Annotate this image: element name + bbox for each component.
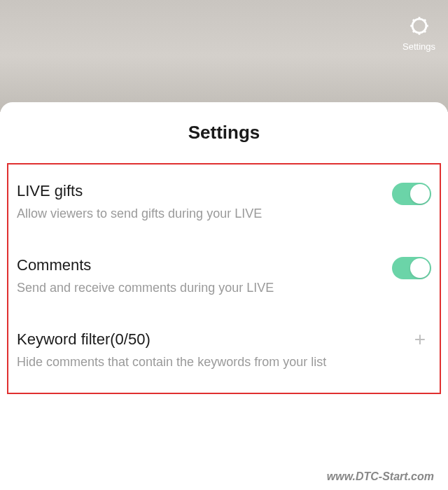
svg-line-6 <box>424 31 426 32</box>
comments-label: Comments <box>17 255 378 276</box>
plus-icon: + <box>414 328 426 350</box>
add-keyword-button[interactable]: + <box>409 330 431 349</box>
setting-row-comments: Comments Send and receive comments durin… <box>17 255 431 296</box>
header-background: Settings <box>0 0 448 112</box>
live-gifts-toggle[interactable] <box>392 183 431 205</box>
svg-line-8 <box>424 20 426 21</box>
svg-point-0 <box>412 19 426 33</box>
keyword-filter-label: Keyword filter(0/50) <box>17 330 395 350</box>
keyword-filter-description: Hide comments that contain the keywords … <box>17 354 395 370</box>
live-gifts-label: LIVE gifts <box>17 181 378 202</box>
settings-list: LIVE gifts Allow viewers to send gifts d… <box>7 163 441 394</box>
svg-line-5 <box>412 20 414 21</box>
settings-panel: Settings LIVE gifts Allow viewers to sen… <box>0 102 448 490</box>
comments-toggle[interactable] <box>392 257 431 279</box>
svg-line-7 <box>412 31 414 32</box>
live-gifts-description: Allow viewers to send gifts during your … <box>17 206 378 222</box>
setting-text: LIVE gifts Allow viewers to send gifts d… <box>17 181 392 222</box>
setting-text: Keyword filter(0/50) Hide comments that … <box>17 330 409 370</box>
setting-row-live-gifts: LIVE gifts Allow viewers to send gifts d… <box>17 181 431 222</box>
comments-description: Send and receive comments during your LI… <box>17 280 378 296</box>
settings-button[interactable]: Settings <box>402 13 435 52</box>
gear-icon <box>407 14 431 40</box>
setting-text: Comments Send and receive comments durin… <box>17 255 392 296</box>
setting-row-keyword-filter: Keyword filter(0/50) Hide comments that … <box>17 330 431 370</box>
settings-button-label: Settings <box>402 41 435 52</box>
watermark: www.DTC-Start.com <box>327 470 434 483</box>
page-title: Settings <box>0 122 448 144</box>
